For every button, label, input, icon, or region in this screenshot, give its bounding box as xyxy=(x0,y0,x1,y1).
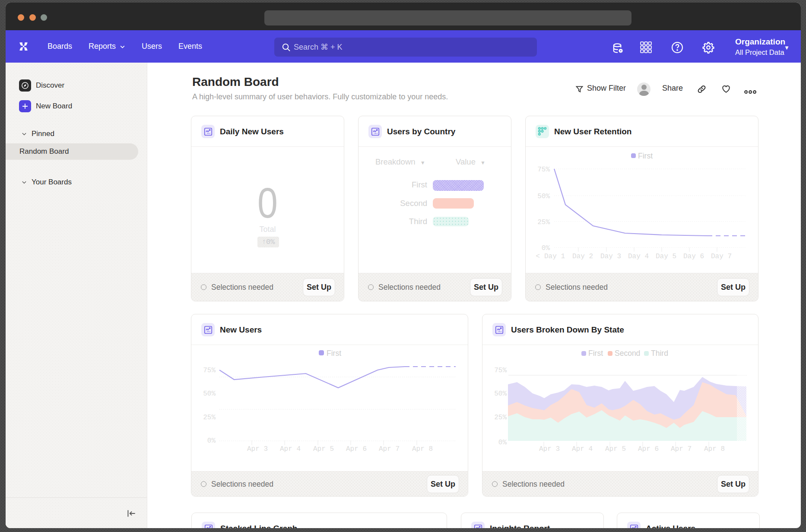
svg-text:<: < xyxy=(536,253,540,260)
svg-text:Day 7: Day 7 xyxy=(711,253,732,260)
svg-text:Day 2: Day 2 xyxy=(572,253,593,260)
svg-text:Apr 4: Apr 4 xyxy=(280,445,301,453)
svg-text:75%: 75% xyxy=(203,367,216,374)
svg-text:Apr 7: Apr 7 xyxy=(671,445,692,453)
svg-text:Day 6: Day 6 xyxy=(683,253,704,260)
svg-text:Apr 4: Apr 4 xyxy=(572,445,593,453)
svg-text:Apr 8: Apr 8 xyxy=(704,445,725,453)
svg-text:Second: Second xyxy=(615,349,640,358)
svg-text:First: First xyxy=(638,152,653,160)
svg-text:Day 4: Day 4 xyxy=(628,253,649,260)
svg-text:0%: 0% xyxy=(542,244,550,252)
svg-text:25%: 25% xyxy=(494,414,507,421)
svg-text:50%: 50% xyxy=(494,390,507,398)
svg-text:75%: 75% xyxy=(537,166,550,174)
svg-text:25%: 25% xyxy=(537,218,550,226)
svg-text:Apr 6: Apr 6 xyxy=(638,445,659,453)
svg-text:First: First xyxy=(327,349,341,358)
svg-text:Apr 3: Apr 3 xyxy=(247,445,268,453)
svg-text:0%: 0% xyxy=(207,437,216,445)
svg-text:Apr 6: Apr 6 xyxy=(346,445,367,453)
svg-text:Third: Third xyxy=(651,349,668,358)
svg-text:0%: 0% xyxy=(498,439,507,446)
svg-text:Apr 8: Apr 8 xyxy=(412,445,433,453)
svg-text:50%: 50% xyxy=(203,390,216,398)
svg-text:Day 1: Day 1 xyxy=(544,253,565,260)
svg-text:Day 5: Day 5 xyxy=(656,253,676,260)
svg-text:First: First xyxy=(588,349,603,358)
svg-text:Apr 5: Apr 5 xyxy=(605,445,626,453)
svg-text:Day 3: Day 3 xyxy=(600,253,621,260)
svg-text:Apr 5: Apr 5 xyxy=(313,445,334,453)
svg-text:75%: 75% xyxy=(494,367,507,374)
svg-text:Apr 3: Apr 3 xyxy=(539,445,560,453)
svg-text:25%: 25% xyxy=(203,414,216,421)
svg-text:Apr 7: Apr 7 xyxy=(379,445,400,453)
svg-text:50%: 50% xyxy=(537,193,550,200)
